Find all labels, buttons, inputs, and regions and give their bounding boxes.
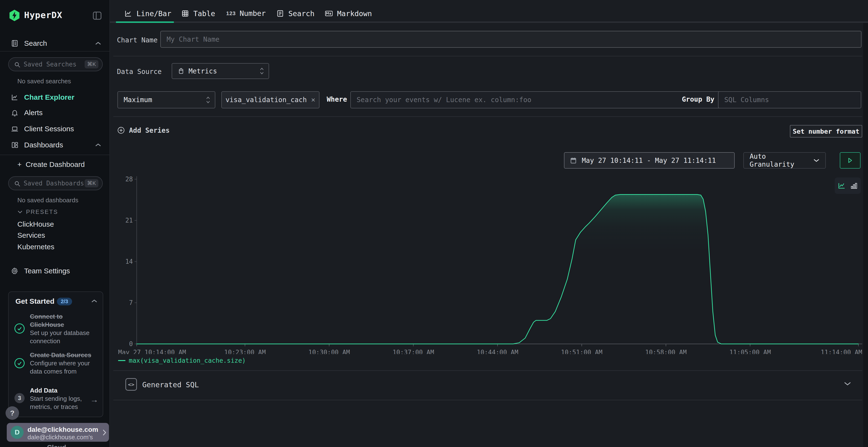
tab-table[interactable]: Table	[181, 9, 215, 18]
task-title: Connect to ClickHouse	[30, 312, 96, 329]
sidebar-item-alerts[interactable]: Alerts	[0, 107, 110, 118]
legend-line-swatch	[118, 360, 125, 361]
gear-icon	[10, 267, 19, 275]
run-query-button[interactable]	[840, 152, 861, 169]
metric-tag[interactable]: visa_validation_cach ×	[221, 91, 319, 108]
sidebar-item-chart-explorer[interactable]: Chart Explorer	[0, 92, 110, 103]
search-icon	[14, 61, 21, 68]
select-chevrons-icon	[206, 96, 211, 104]
divider	[0, 154, 110, 155]
dashboard-grid-icon	[10, 141, 19, 149]
avatar: D	[10, 426, 24, 439]
divider	[113, 56, 862, 56]
app-window: HyperDX Search	[0, 0, 868, 447]
user-account-button[interactable]: D dale@clickhouse.com dale@clickhouse.co…	[7, 423, 109, 442]
svg-text:28: 28	[125, 176, 133, 183]
chevron-down-icon	[18, 210, 23, 214]
tabbar-underline	[110, 22, 868, 23]
sidebar-section-dashboards[interactable]: Dashboards	[0, 139, 110, 151]
chart-name-input[interactable]	[160, 31, 862, 48]
divider	[113, 400, 862, 400]
add-series-button[interactable]: Add Series	[117, 126, 170, 134]
plus-circle-icon	[117, 126, 125, 134]
metric-tag-label: visa_validation_cach	[225, 96, 307, 104]
chevron-up-icon[interactable]	[91, 299, 97, 303]
task-desc: Start sending logs, metrics, or traces	[30, 394, 96, 411]
tab-label: Line/Bar	[136, 9, 172, 18]
sidebar-section-search[interactable]: Search	[0, 38, 110, 49]
bell-icon	[10, 109, 19, 117]
database-icon	[178, 67, 185, 75]
close-icon[interactable]: ×	[311, 96, 315, 104]
sidebar-item-team-settings[interactable]: Team Settings	[0, 265, 110, 277]
clipped-text: Cloud	[47, 444, 66, 447]
svg-text:10:30:00 AM: 10:30:00 AM	[308, 349, 350, 354]
set-number-format-button[interactable]: Set number format	[790, 125, 862, 138]
data-source-select[interactable]: Metrics	[172, 63, 269, 79]
chart-canvas: 07142128May 27 10:14:00 AM10:23:00 AM10:…	[113, 173, 865, 354]
help-button[interactable]: ?	[5, 406, 19, 420]
step-number-badge: 3	[14, 393, 25, 403]
scrollbar-track[interactable]	[863, 23, 868, 447]
generated-sql-toggle[interactable]: <> Generated SQL	[110, 371, 868, 400]
no-saved-searches-text: No saved searches	[18, 77, 71, 85]
get-started-item[interactable]: Connect to ClickHouse Set up your databa…	[30, 312, 96, 345]
chevron-up-icon	[95, 143, 101, 147]
sidebar-item-label: Chart Explorer	[24, 93, 74, 101]
where-label: Where	[327, 95, 347, 103]
active-tab-indicator	[116, 22, 174, 23]
get-started-item[interactable]: Create Data Sources Configure where your…	[30, 351, 96, 375]
svg-text:10:23:00 AM: 10:23:00 AM	[224, 349, 266, 354]
svg-text:11:05:00 AM: 11:05:00 AM	[730, 349, 771, 354]
calendar-icon	[570, 157, 577, 164]
saved-searches-search[interactable]: ⌘K	[8, 57, 103, 71]
svg-text:10:44:00 AM: 10:44:00 AM	[477, 349, 518, 354]
line-chart-icon	[124, 9, 133, 18]
play-icon	[848, 158, 852, 163]
tab-number[interactable]: 123 Number	[226, 9, 266, 18]
date-range-picker[interactable]: May 27 10:14:11 - May 27 11:14:11	[564, 152, 735, 169]
app-title: HyperDX	[24, 10, 62, 20]
search-icon	[14, 180, 21, 187]
arrow-right-icon[interactable]: →	[90, 395, 98, 404]
create-dashboard-button[interactable]: + Create Dashboard	[0, 159, 110, 170]
time-series-chart[interactable]: 07142128May 27 10:14:00 AM10:23:00 AM10:…	[113, 173, 865, 354]
task-desc: Configure where your data comes from	[30, 359, 96, 375]
sidebar-item-clickhouse[interactable]: ClickHouse	[0, 219, 110, 230]
tab-line-bar[interactable]: Line/Bar	[124, 9, 172, 18]
line-chart-icon	[10, 93, 19, 101]
sidebar-item-client-sessions[interactable]: Client Sessions	[0, 123, 110, 135]
tab-search[interactable]: Search	[276, 9, 314, 18]
user-email: dale@clickhouse.com	[28, 426, 98, 434]
chart-legend[interactable]: max(visa_validation_cache.size)	[118, 357, 246, 364]
sidebar-item-kubernetes[interactable]: Kubernetes	[0, 241, 110, 252]
get-started-title: Get Started	[16, 297, 55, 305]
user-subtitle: dale@clickhouse.com's	[28, 434, 93, 441]
get-started-item[interactable]: Add Data Start sending logs, metrics, or…	[30, 386, 96, 411]
svg-text:May 27 10:14:00 AM: May 27 10:14:00 AM	[118, 349, 186, 354]
tab-markdown[interactable]: Markdown	[324, 9, 372, 18]
presets-toggle[interactable]: PRESETS	[18, 209, 58, 215]
saved-dashboards-search[interactable]: ⌘K	[8, 176, 103, 190]
sidebar-item-services[interactable]: Services	[0, 230, 110, 241]
tab-label: Markdown	[337, 9, 372, 18]
aggregation-value: Maximum	[124, 96, 152, 104]
aggregation-select[interactable]: Maximum	[117, 91, 215, 108]
laptop-icon	[10, 125, 19, 133]
preset-label: Kubernetes	[18, 243, 54, 251]
group-by-input[interactable]	[718, 91, 861, 108]
select-chevrons-icon	[259, 67, 264, 75]
presets-label: PRESETS	[26, 209, 58, 215]
table-icon	[181, 9, 189, 18]
divider	[0, 51, 110, 51]
no-saved-dashboards-text: No saved dashboards	[18, 197, 79, 204]
progress-badge: 2/3	[57, 298, 72, 305]
sidebar-collapse-icon[interactable]	[93, 11, 101, 20]
task-title: Add Data	[30, 386, 96, 394]
svg-text:14: 14	[125, 258, 133, 265]
logo-row: HyperDX	[0, 7, 110, 24]
journal-icon	[10, 39, 19, 47]
chevron-right-icon	[102, 429, 106, 436]
granularity-select[interactable]: Auto Granularity	[743, 152, 826, 169]
svg-text:10:37:00 AM: 10:37:00 AM	[393, 349, 434, 354]
